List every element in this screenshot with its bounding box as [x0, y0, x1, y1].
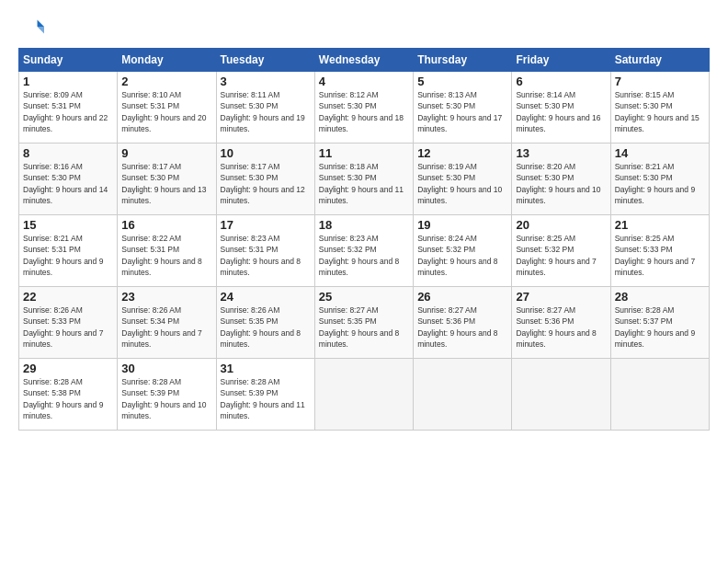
table-row: 10 Sunrise: 8:17 AMSunset: 5:30 PMDaylig… — [216, 144, 314, 215]
svg-marker-0 — [38, 20, 44, 27]
table-row: 12 Sunrise: 8:19 AMSunset: 5:30 PMDaylig… — [414, 144, 512, 215]
calendar-table: Sunday Monday Tuesday Wednesday Thursday… — [18, 48, 710, 431]
table-row: 3 Sunrise: 8:11 AMSunset: 5:30 PMDayligh… — [216, 72, 314, 144]
header-row: Sunday Monday Tuesday Wednesday Thursday… — [19, 49, 710, 72]
table-row: 28 Sunrise: 8:28 AMSunset: 5:37 PMDaylig… — [610, 287, 709, 359]
table-row: 7 Sunrise: 8:15 AMSunset: 5:30 PMDayligh… — [610, 72, 709, 144]
table-row: 27 Sunrise: 8:27 AMSunset: 5:36 PMDaylig… — [512, 287, 610, 359]
table-row: 4 Sunrise: 8:12 AMSunset: 5:30 PMDayligh… — [314, 72, 413, 144]
table-row: 1 Sunrise: 8:09 AMSunset: 5:31 PMDayligh… — [19, 72, 118, 144]
table-row — [610, 359, 709, 431]
header — [18, 15, 710, 40]
table-row: 26 Sunrise: 8:27 AMSunset: 5:36 PMDaylig… — [414, 287, 512, 359]
table-row: 16 Sunrise: 8:22 AMSunset: 5:31 PMDaylig… — [118, 215, 216, 287]
table-row: 25 Sunrise: 8:27 AMSunset: 5:35 PMDaylig… — [314, 287, 413, 359]
table-row: 6 Sunrise: 8:14 AMSunset: 5:30 PMDayligh… — [512, 72, 610, 144]
table-row: 21 Sunrise: 8:25 AMSunset: 5:33 PMDaylig… — [610, 215, 709, 287]
calendar-row: 29 Sunrise: 8:28 AMSunset: 5:38 PMDaylig… — [19, 359, 710, 431]
table-row: 13 Sunrise: 8:20 AMSunset: 5:30 PMDaylig… — [512, 144, 610, 215]
page-container: Sunday Monday Tuesday Wednesday Thursday… — [0, 0, 728, 440]
table-row: 29 Sunrise: 8:28 AMSunset: 5:38 PMDaylig… — [19, 359, 118, 431]
table-row: 22 Sunrise: 8:26 AMSunset: 5:33 PMDaylig… — [19, 287, 118, 359]
col-saturday: Saturday — [610, 49, 709, 72]
col-friday: Friday — [512, 49, 610, 72]
col-monday: Monday — [118, 49, 216, 72]
table-row: 14 Sunrise: 8:21 AMSunset: 5:30 PMDaylig… — [610, 144, 709, 215]
table-row: 5 Sunrise: 8:13 AMSunset: 5:30 PMDayligh… — [414, 72, 512, 144]
table-row: 8 Sunrise: 8:16 AMSunset: 5:30 PMDayligh… — [19, 144, 118, 215]
table-row: 20 Sunrise: 8:25 AMSunset: 5:32 PMDaylig… — [512, 215, 610, 287]
calendar-row: 15 Sunrise: 8:21 AMSunset: 5:31 PMDaylig… — [19, 215, 710, 287]
table-row: 24 Sunrise: 8:26 AMSunset: 5:35 PMDaylig… — [216, 287, 314, 359]
col-sunday: Sunday — [19, 49, 118, 72]
table-row: 15 Sunrise: 8:21 AMSunset: 5:31 PMDaylig… — [19, 215, 118, 287]
table-row: 23 Sunrise: 8:26 AMSunset: 5:34 PMDaylig… — [118, 287, 216, 359]
table-row: 18 Sunrise: 8:23 AMSunset: 5:32 PMDaylig… — [314, 215, 413, 287]
logo-icon — [18, 15, 44, 40]
logo — [18, 15, 48, 40]
col-wednesday: Wednesday — [314, 49, 413, 72]
table-row — [314, 359, 413, 431]
calendar-row: 22 Sunrise: 8:26 AMSunset: 5:33 PMDaylig… — [19, 287, 710, 359]
table-row — [512, 359, 610, 431]
table-row: 17 Sunrise: 8:23 AMSunset: 5:31 PMDaylig… — [216, 215, 314, 287]
col-thursday: Thursday — [414, 49, 512, 72]
calendar-row: 1 Sunrise: 8:09 AMSunset: 5:31 PMDayligh… — [19, 72, 710, 144]
table-row: 30 Sunrise: 8:28 AMSunset: 5:39 PMDaylig… — [118, 359, 216, 431]
col-tuesday: Tuesday — [216, 49, 314, 72]
table-row: 19 Sunrise: 8:24 AMSunset: 5:32 PMDaylig… — [414, 215, 512, 287]
calendar-row: 8 Sunrise: 8:16 AMSunset: 5:30 PMDayligh… — [19, 144, 710, 215]
table-row: 2 Sunrise: 8:10 AMSunset: 5:31 PMDayligh… — [118, 72, 216, 144]
table-row — [414, 359, 512, 431]
table-row: 31 Sunrise: 8:28 AMSunset: 5:39 PMDaylig… — [216, 359, 314, 431]
table-row: 11 Sunrise: 8:18 AMSunset: 5:30 PMDaylig… — [314, 144, 413, 215]
table-row: 9 Sunrise: 8:17 AMSunset: 5:30 PMDayligh… — [118, 144, 216, 215]
svg-marker-1 — [38, 27, 44, 33]
